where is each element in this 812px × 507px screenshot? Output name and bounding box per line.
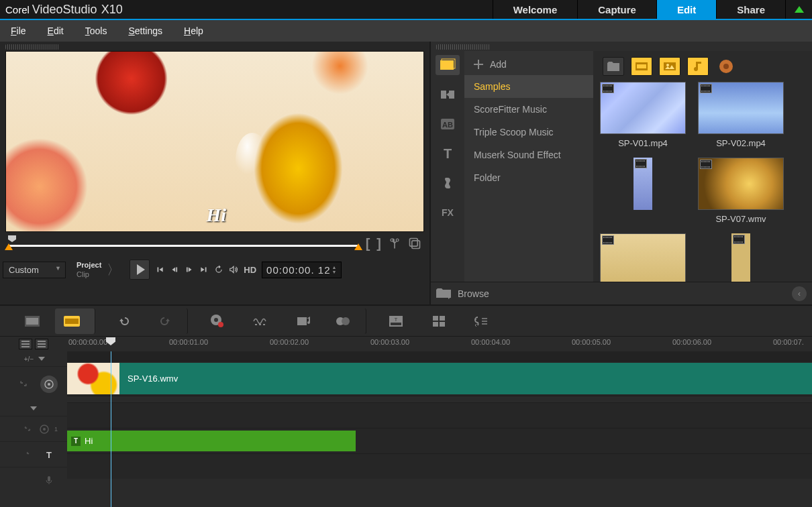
media-thumb[interactable]: SP-V08.wmv	[600, 233, 686, 282]
svg-rect-37	[38, 343, 46, 345]
menu-edit[interactable]: Edit	[48, 25, 64, 36]
track-manager-button[interactable]	[35, 339, 48, 349]
menu-file[interactable]: File	[11, 25, 26, 36]
panel-grip[interactable]	[5, 44, 59, 50]
media-thumb[interactable]: SP-V02.mp4	[698, 82, 784, 148]
graphic-tab[interactable]: T	[436, 144, 460, 164]
add-category-button[interactable]: Add	[464, 54, 593, 75]
library-pane: AB T FX Add Samples ScoreFitter Music Tr…	[429, 42, 812, 304]
folder-filter-button[interactable]	[603, 57, 624, 76]
time-remapping-button[interactable]	[462, 308, 502, 334]
media-thumb[interactable]	[600, 158, 686, 224]
title-track-header[interactable]: T	[0, 441, 67, 467]
media-thumb[interactable]: SP-V01.mp4	[600, 82, 686, 148]
film-icon	[700, 160, 712, 169]
snapshot-icon[interactable]	[408, 237, 421, 250]
category-muserk[interactable]: Muserk Sound Effect	[464, 144, 593, 166]
photo-filter-button[interactable]	[659, 57, 680, 76]
auto-music-button[interactable]	[283, 308, 323, 334]
play-button[interactable]	[130, 260, 150, 280]
tab-share[interactable]: Share	[716, 0, 785, 19]
title-tab[interactable]: AB	[436, 114, 460, 134]
media-thumb[interactable]: SP-V07.wmv	[698, 158, 784, 224]
zoom-controls[interactable]: +/−	[22, 355, 36, 363]
redo-button[interactable]	[148, 308, 188, 334]
overlay-track-header[interactable]: 1	[0, 416, 67, 441]
video-track-header[interactable]	[0, 366, 67, 401]
resize-dropdown[interactable]: Custom	[3, 262, 66, 278]
category-samples[interactable]: Samples	[464, 75, 593, 98]
preview-canvas[interactable]: Hi	[5, 51, 424, 232]
tab-edit[interactable]: Edit	[656, 0, 716, 19]
storyboard-view-button[interactable]	[12, 308, 52, 334]
audio-filter-button[interactable]	[687, 57, 709, 76]
menu-tools[interactable]: Tools	[85, 25, 107, 36]
svg-point-42	[43, 428, 46, 431]
mode-clip[interactable]: Clip	[77, 270, 101, 279]
undo-button[interactable]	[105, 308, 145, 334]
show-all-tracks-button[interactable]	[19, 339, 32, 349]
svg-text:T: T	[46, 450, 52, 459]
tab-capture[interactable]: Capture	[577, 0, 656, 19]
sort-button[interactable]	[715, 57, 737, 76]
tab-welcome[interactable]: Welcome	[493, 0, 578, 19]
prev-frame-button[interactable]	[170, 265, 179, 274]
repeat-button[interactable]	[214, 265, 223, 274]
photo-icon	[664, 62, 676, 70]
video-track[interactable]: SP-V16.wmv	[67, 361, 812, 396]
category-folder[interactable]: Folder	[464, 166, 593, 189]
transitions-tab[interactable]	[436, 84, 460, 105]
mark-in-handle[interactable]	[5, 243, 13, 250]
trim-track[interactable]	[8, 239, 359, 247]
next-frame-button[interactable]	[185, 265, 194, 274]
title-track[interactable]: T Hi	[67, 428, 812, 453]
voice-track-header[interactable]	[0, 467, 67, 492]
split-clip-icon[interactable]	[388, 237, 401, 250]
video-track-icon	[40, 376, 58, 393]
scroll-back-button[interactable]: ‹	[792, 286, 807, 301]
chevron-down-icon[interactable]	[38, 357, 45, 361]
audio-mixer-button[interactable]	[240, 308, 281, 334]
playback-mode-toggle[interactable]: Project Clip	[77, 260, 101, 280]
menu-help[interactable]: Help	[184, 25, 203, 36]
video-filter-button[interactable]	[631, 57, 652, 76]
voice-track[interactable]	[67, 453, 812, 479]
media-tab[interactable]	[436, 55, 460, 75]
chevron-down-icon[interactable]	[30, 406, 37, 410]
menu-settings[interactable]: Settings	[128, 25, 162, 36]
end-button[interactable]	[199, 265, 209, 274]
motion-tracking-button[interactable]	[326, 308, 366, 334]
timeline-view-button[interactable]	[55, 308, 95, 334]
mark-in-button[interactable]: [	[366, 236, 370, 251]
playhead-line[interactable]	[111, 351, 111, 507]
fx-tab[interactable]: FX	[436, 203, 460, 223]
browse-button[interactable]: Browse	[458, 288, 489, 299]
media-thumb[interactable]	[698, 233, 784, 282]
subtitle-editor-button[interactable]: T	[376, 308, 416, 334]
timecode-display[interactable]: 00:00:00. 12 ▲▼	[262, 262, 342, 278]
record-button[interactable]	[197, 308, 238, 334]
track-headers: +/− 1 T	[0, 337, 67, 507]
timecode-spinner[interactable]: ▲▼	[332, 265, 338, 274]
svg-rect-33	[21, 341, 30, 342]
trim-playhead[interactable]	[8, 235, 16, 242]
panel-grip[interactable]	[436, 44, 490, 50]
volume-button[interactable]	[229, 265, 238, 274]
category-triplescoop[interactable]: Triple Scoop Music	[464, 121, 593, 144]
menu-bar: File Edit Tools Settings Help	[0, 20, 812, 42]
upload-button[interactable]	[785, 0, 812, 19]
category-scorefitter[interactable]: ScoreFitter Music	[464, 98, 593, 121]
multicam-button[interactable]	[419, 308, 459, 334]
home-button[interactable]	[155, 265, 164, 274]
overlay-track[interactable]	[67, 402, 812, 428]
browse-icon[interactable]	[436, 288, 451, 299]
timeline-ruler[interactable]: 00:00:00.00 00:00:01.00 00:00:02.00 00:0…	[67, 337, 812, 351]
filter-tab[interactable]	[436, 173, 460, 193]
mark-out-button[interactable]: ]	[376, 236, 381, 251]
video-clip[interactable]: SP-V16.wmv	[67, 363, 812, 394]
zoom-slider[interactable]	[67, 351, 812, 361]
mode-project[interactable]: Project	[77, 260, 101, 270]
upload-arrow-icon	[795, 6, 804, 13]
mark-out-handle[interactable]	[354, 243, 362, 250]
hd-preview-button[interactable]: HD	[244, 265, 256, 275]
